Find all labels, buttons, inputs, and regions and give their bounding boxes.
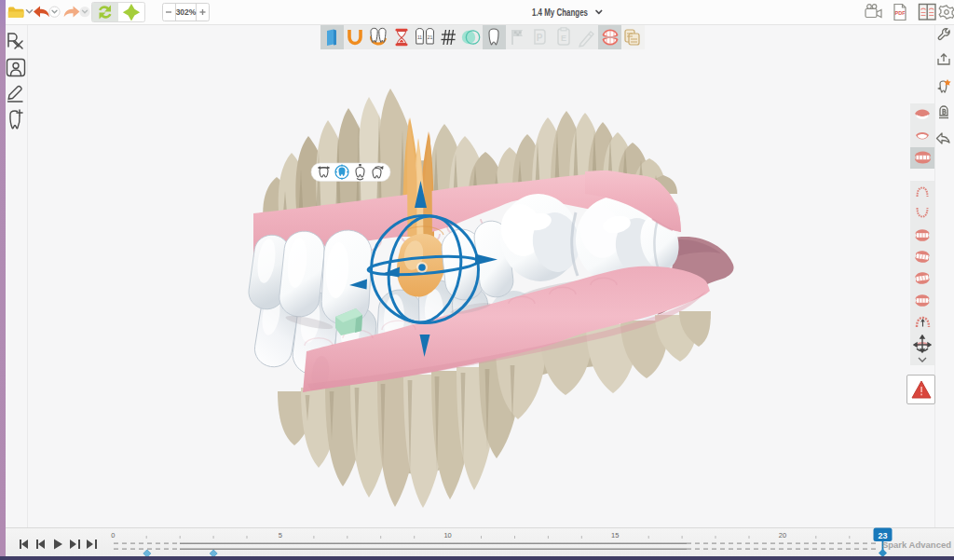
svg-text:11: 11 (417, 34, 422, 40)
svg-text:5: 5 (279, 531, 282, 540)
svg-text:Spark Advanced: Spark Advanced (882, 540, 951, 550)
svg-text:1.4 My Changes: 1.4 My Changes (532, 7, 588, 18)
svg-text:302%: 302% (176, 7, 197, 17)
svg-text:PDF: PDF (895, 10, 906, 16)
svg-text:0: 0 (111, 531, 115, 540)
svg-text:15: 15 (611, 531, 619, 540)
svg-text:10: 10 (443, 531, 451, 540)
svg-text:E: E (561, 34, 566, 43)
svg-text:P: P (537, 33, 543, 43)
svg-text:20: 20 (779, 531, 786, 540)
svg-text:21: 21 (428, 34, 433, 40)
